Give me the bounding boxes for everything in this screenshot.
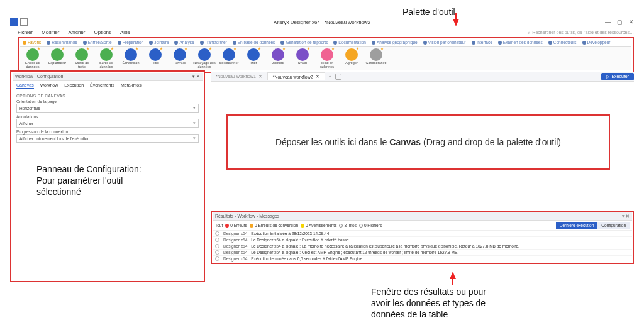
results-filters: Tout 0 Erreurs 0 Erreurs de conversion 0… <box>213 221 632 231</box>
palette-tool[interactable]: Échantillon <box>119 48 142 69</box>
palette-tool[interactable]: Commentaire <box>365 48 387 69</box>
canvas-tab[interactable]: *Nouveau workflow1✕ <box>211 73 267 80</box>
palette-tool[interactable]: Formule <box>169 48 191 69</box>
dot-icon <box>280 41 284 45</box>
subtab-canevas[interactable]: Canevas <box>16 83 34 89</box>
filter-errors[interactable]: 0 Erreurs <box>225 223 247 228</box>
close-icon[interactable]: ✕ <box>316 74 319 79</box>
palette-tab[interactable]: Recommandé <box>44 39 79 46</box>
menu-edit[interactable]: Modifier <box>42 30 59 35</box>
panel-controls[interactable]: ▾ ✕ <box>192 74 200 79</box>
annotations-select[interactable]: Afficher▾ <box>16 119 199 128</box>
palette-tab[interactable]: Développeur <box>580 39 613 46</box>
palette-tab[interactable]: Interface <box>469 39 495 46</box>
annotations-label: Annotations: <box>16 114 199 119</box>
result-row[interactable]: Designer x64Le Designer x64 a signalé : … <box>213 250 632 256</box>
palette-tab[interactable]: Transformer <box>197 39 230 46</box>
menu-options[interactable]: Options <box>94 30 111 35</box>
filter-messages[interactable]: 3 Infos <box>339 223 357 228</box>
palette-tab[interactable]: Génération de rapports <box>278 39 330 46</box>
palette-tool[interactable]: Entrée de données <box>21 48 44 69</box>
menu-bar: Fichier Modifier Afficher Options Aide ⌕… <box>18 28 634 36</box>
palette-tool[interactable]: Sortie de données <box>95 48 118 69</box>
filter-conv-errors[interactable]: 0 Erreurs de conversion <box>250 223 298 228</box>
search-box[interactable]: ⌕ Rechercher des outils, de l'aide et de… <box>528 30 634 35</box>
filter-files[interactable]: 0 Fichiers <box>359 223 382 228</box>
tool-label: Commentaire <box>365 62 386 65</box>
result-row[interactable]: Designer x64Le Designer x64 a signalé : … <box>213 237 632 243</box>
palette-tool[interactable]: Jointure <box>267 48 289 69</box>
palette-tab-label: Connecteurs <box>553 40 577 45</box>
panel-controls[interactable]: ▾ ✕ <box>622 214 630 219</box>
palette-tab-label: Documentation <box>338 40 366 45</box>
tab-label: *Nouveau workflow2 <box>273 75 313 79</box>
palette-tool[interactable]: Trier <box>242 48 265 69</box>
result-row[interactable]: Designer x64Le Designer x64 a signalé : … <box>213 243 632 250</box>
palette-tab-label: Interface <box>477 40 492 45</box>
annotation-line: données de la table <box>371 309 486 320</box>
close-icon[interactable]: ✕ <box>258 74 262 79</box>
palette-tool[interactable]: Sélectionner <box>218 48 240 69</box>
palette-tool[interactable]: Nettoyage des données <box>193 48 216 69</box>
palette-tab[interactable]: Documentation <box>331 39 369 46</box>
palette-tab[interactable]: Analyse <box>172 39 196 46</box>
results-panel: Résultats - Workflow - Messages ▾ ✕ Tout… <box>211 211 634 264</box>
palette-tool[interactable]: Saisie de texte <box>70 48 93 69</box>
tool-label: Agréger <box>345 62 358 65</box>
tool-label: Nettoyage des données <box>193 62 216 69</box>
last-exec-button[interactable]: Dernière exécution <box>556 222 598 229</box>
palette-tab-label: Génération de rapports <box>286 40 328 45</box>
palette-tool[interactable]: Union <box>291 48 314 69</box>
results-title: Résultats - Workflow - Messages ▾ ✕ <box>213 212 632 221</box>
subtab-events[interactable]: Événements <box>90 83 114 89</box>
palette-tab[interactable]: Entrée/Sortie <box>80 39 114 46</box>
config-button[interactable]: Configuration <box>597 222 630 229</box>
orientation-label: Orientation de la page <box>16 99 199 104</box>
tool-icon <box>125 48 137 61</box>
close-button[interactable]: ✕ <box>629 19 634 25</box>
info-icon <box>339 224 343 228</box>
subtab-workflow[interactable]: Workflow <box>40 83 58 89</box>
palette-tool[interactable]: Explorateur <box>46 48 69 69</box>
subtab-meta[interactable]: Méta-infos <box>121 83 142 89</box>
gear-icon[interactable] <box>335 74 341 80</box>
palette-tool[interactable]: Agréger <box>340 48 363 69</box>
run-button[interactable]: ▷Exécuter <box>601 73 634 80</box>
menu-view[interactable]: Afficher <box>68 30 85 35</box>
subtab-execution[interactable]: Exécution <box>64 83 84 89</box>
menu-file[interactable]: Fichier <box>18 30 33 35</box>
palette-tab[interactable]: Favoris <box>20 39 43 46</box>
progress-select[interactable]: Afficher uniquement lors de l'exécution▾ <box>16 134 199 143</box>
result-row[interactable]: Designer x64Exécution initialisée à 28/1… <box>213 231 632 237</box>
palette-tool[interactable]: Texte en colonnes <box>316 48 338 69</box>
orientation-select[interactable]: Horizontale▾ <box>16 104 199 113</box>
menu-help[interactable]: Aide <box>120 30 130 35</box>
result-row[interactable]: Designer x64Exécution terminée dans 0,5 … <box>213 256 632 262</box>
palette-tab-label: Recommandé <box>52 40 77 45</box>
palette-tab-label: Analyse <box>179 40 194 45</box>
palette-tab[interactable]: Jointure <box>147 39 171 46</box>
chevron-down-icon: ▾ <box>193 136 196 141</box>
dot-icon <box>372 41 375 45</box>
tool-label: Texte en colonnes <box>316 62 338 69</box>
filter-warnings[interactable]: 0 Avertissements <box>301 223 336 228</box>
minimize-button[interactable]: — <box>605 19 611 25</box>
palette-tool[interactable]: Filtre <box>144 48 167 69</box>
palette-tab[interactable]: Analyse géographique <box>369 39 420 46</box>
palette-tab[interactable]: Vision par ordinateur <box>421 39 469 46</box>
filter-all[interactable]: Tout <box>215 223 223 228</box>
annotation-config: Panneau de Configuration: Pour paramétre… <box>36 163 142 198</box>
tool-label: Jointure <box>272 62 284 65</box>
palette-tab[interactable]: Examen des données <box>496 39 545 46</box>
chevron-down-icon: ▾ <box>193 121 196 126</box>
palette-tab[interactable]: En base de données <box>230 39 278 46</box>
maximize-button[interactable]: ▢ <box>617 19 623 25</box>
tool-label: Sortie de données <box>95 62 118 69</box>
add-tab-button[interactable]: + <box>325 74 335 79</box>
msg-text: Le Designer x64 a signalé : Exécution à … <box>251 238 350 242</box>
chip-label: 0 Avertissements <box>306 223 336 228</box>
tool-palette: FavorisRecommandéEntrée/SortiePréparatio… <box>18 37 634 73</box>
palette-tab[interactable]: Préparation <box>115 39 147 46</box>
palette-tab[interactable]: Connecteurs <box>546 39 579 46</box>
canvas-tab-active[interactable]: *Nouveau workflow2✕ <box>267 72 325 80</box>
